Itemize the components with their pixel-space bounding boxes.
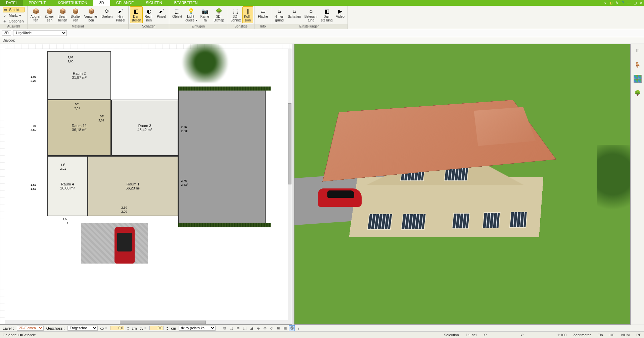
ribbon-hintergrund[interactable]: ⌂Hinter- grund [273, 6, 286, 23]
ribbon-schatten-pinsel[interactable]: 🖌Pinsel [155, 6, 168, 19]
snap-toggle-4[interactable]: ◢ [248, 325, 255, 331]
menu-tab-bearbeiten[interactable]: BEARBEITEN [168, 0, 204, 6]
rechnen-icon: ◐ [145, 7, 153, 15]
scrollbar-v-2d[interactable] [288, 49, 292, 320]
ribbon-kamera[interactable]: 📷Kame- ra [199, 6, 212, 23]
dx-spinner[interactable]: ▲▼ [127, 326, 129, 331]
ribbon-kollision[interactable]: ‖Kolli- sion [242, 6, 253, 23]
terrace[interactable] [178, 89, 266, 223]
room-raum1[interactable]: Raum 166,23 m² [88, 156, 178, 216]
snap-toggle-7[interactable]: ◇ [269, 325, 275, 331]
tree-3d [597, 145, 631, 219]
viewport-3d[interactable] [294, 44, 631, 325]
geschoss-select[interactable]: Erdgeschos [67, 326, 98, 331]
menu-tab-3d[interactable]: 3D [93, 0, 110, 6]
dimension-label: 2,76 [181, 125, 187, 129]
dx-input[interactable] [110, 326, 124, 330]
car-2d[interactable] [114, 227, 135, 264]
ribbon-bearbeiten[interactable]: 📦Bear- beiten [56, 6, 69, 23]
menu-tab-datei[interactable]: DATEI [0, 0, 23, 6]
snap-toggle-3[interactable]: ⬚ [242, 325, 248, 331]
snap-toggle-6[interactable]: ⬘ [262, 325, 268, 331]
ribbon-pinsel[interactable]: 🖌Hin. Pinsel [114, 6, 127, 23]
window-close[interactable]: ✕ [638, 0, 644, 6]
tree-2d[interactable] [178, 44, 232, 82]
ribbon-darstellen[interactable]: ◧Dar- stellen [130, 6, 143, 23]
snap-toggle-10[interactable]: Ⓝ [289, 325, 295, 331]
ribbon-beleuchtung[interactable]: ⌂Beleuch- tung [303, 6, 319, 23]
snap-toggle-1[interactable]: ▢ [228, 325, 234, 331]
ribbon-skalieren[interactable]: 📦Skalie- ren [69, 6, 83, 23]
menu-tab-gelaende[interactable]: GELÄNDE [110, 0, 140, 6]
snap-toggle-9[interactable]: ▦ [282, 325, 288, 331]
layer-select[interactable]: 2D-Elemen [17, 326, 44, 331]
sys-icon-help[interactable]: ? [620, 0, 626, 6]
dimension-label: 2,01 [98, 119, 104, 122]
ribbon-flaeche[interactable]: ▭Fläche [256, 6, 270, 19]
room-raum2[interactable]: Raum 231,87 m² [47, 51, 111, 100]
select-icon: ▭ [4, 8, 8, 12]
ribbon-abgreifen[interactable]: 📦Abgrei- fen [29, 6, 43, 23]
status-rf: RF [636, 333, 641, 337]
menu-tab-sichten[interactable]: SICHTEN [140, 0, 168, 6]
ribbon-mark[interactable]: ✓Mark. ▾ [3, 13, 25, 18]
lichtquelle-icon: 💡 [187, 7, 195, 15]
ribbon-zuweisen[interactable]: 📦Zuwei- sen [43, 6, 56, 23]
ribbon-video[interactable]: ▶Video [334, 6, 346, 19]
room-raum4[interactable]: Raum 426,60 m² [47, 156, 88, 216]
snap-toggle-11[interactable]: i [295, 325, 302, 331]
ribbon-options[interactable]: ✚Optionen [3, 19, 25, 23]
status-selektion-label: Selektion [444, 333, 459, 337]
ribbon-rechnen[interactable]: ◐Rech- nen [143, 6, 155, 23]
terrain-dropdown[interactable]: Urgelände [13, 30, 67, 36]
bearbeiten-icon: 📦 [59, 7, 66, 15]
snap-toggle-0[interactable]: ◷ [222, 325, 228, 331]
dy-label: dy = [139, 326, 146, 330]
dy-spinner[interactable]: ▲▼ [166, 326, 169, 331]
dimension-label: 2,00 [67, 60, 74, 63]
sys-icon-square[interactable]: ◧ [608, 0, 614, 6]
sys-icon-pencil[interactable]: ✎ [602, 0, 608, 6]
side-tool-plants[interactable]: 🌳 [634, 89, 642, 97]
window-minimize[interactable]: — [626, 0, 632, 6]
ribbon-3d-schnitt[interactable]: ⬚3D- Schnitt [229, 6, 242, 23]
ribbon-3d-bitmap[interactable]: 🌳3D- Bitmap [212, 6, 226, 23]
ribbon-drehen[interactable]: ⟳Drehen [100, 6, 114, 19]
hintergrund-icon: ⌂ [276, 7, 283, 15]
coord-mode-select[interactable]: dx,dy (relativ ka [179, 326, 216, 331]
ribbon-select[interactable]: ▭Selekt. [3, 7, 25, 12]
flaeche-icon: ▭ [259, 7, 267, 15]
side-tool-palette[interactable]: ▦ [634, 75, 642, 83]
snap-toggle-5[interactable]: ⬙ [255, 325, 261, 331]
menu-tab-projekt[interactable]: PROJEKT [23, 0, 52, 6]
ribbon-lichtquelle[interactable]: 💡Licht- quelle ▾ [184, 6, 198, 23]
dy-input[interactable] [149, 326, 164, 330]
ribbon-group-caption: Sonstige [227, 24, 255, 29]
ribbon-objekt[interactable]: ⬚Objekt [171, 6, 184, 19]
dimension-label: 1 [67, 221, 68, 225]
dimension-label: 88⁵ [61, 163, 65, 166]
room-raum3[interactable]: Raum 345,42 m² [111, 100, 178, 156]
side-tool-layers[interactable]: ≋ [634, 47, 642, 55]
snap-toggle-2[interactable]: ⧉ [235, 325, 241, 331]
dimension-label: 1,01 [31, 75, 37, 78]
status-x-label: X: [483, 333, 487, 337]
viewport-2d[interactable]: Raum 231,87 m²Raum 1136,18 m²Raum 345,42… [0, 44, 292, 325]
ribbon-darstellung-einst[interactable]: ◧Dar- stellung [319, 6, 334, 23]
status-left: Gelände L=Gelände [3, 333, 36, 337]
window-maximize[interactable]: ▢ [632, 0, 638, 6]
options-icon: ✚ [3, 19, 7, 23]
workspace: Raum 231,87 m²Raum 1136,18 m²Raum 345,42… [0, 44, 631, 325]
ruler-vertical [0, 44, 5, 324]
status-selektion-value: 1:1 sel [466, 333, 476, 337]
ribbon-verschieben[interactable]: 📦Verschie- ben [83, 6, 100, 23]
side-tool-furniture[interactable]: 🪑 [634, 61, 642, 69]
snap-toggle-8[interactable]: ⊞ [275, 325, 281, 331]
menu-tab-konstruktion[interactable]: KONSTRUKTION [52, 0, 93, 6]
floorplan[interactable]: Raum 231,87 m²Raum 1136,18 m²Raum 345,42… [20, 49, 288, 320]
ribbon-group-caption: Info [255, 24, 271, 29]
house-wall-3d [349, 177, 543, 237]
scrollbar-h-2d[interactable] [5, 320, 292, 324]
ribbon-schatten-einst[interactable]: ⌂Schatten [286, 6, 303, 19]
sys-icon-style[interactable]: A [614, 0, 620, 6]
